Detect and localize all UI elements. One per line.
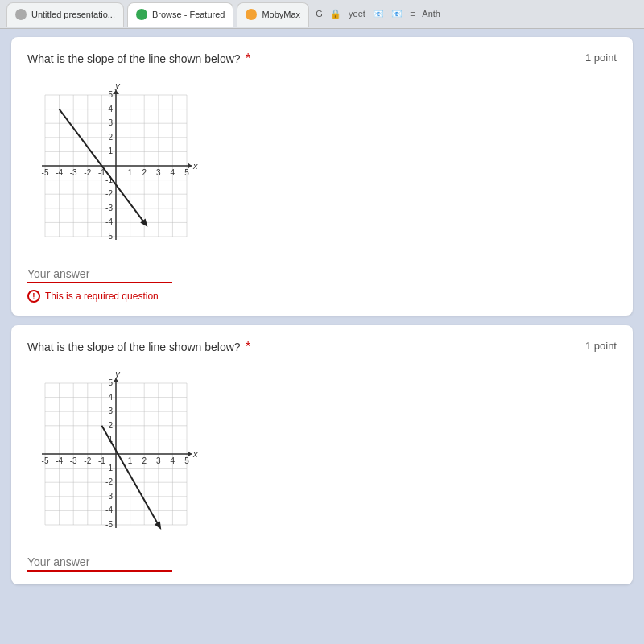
question-points-1: 1 point	[585, 52, 617, 64]
tab-browse-favicon	[136, 9, 147, 20]
tab-bar: Untitled presentatio... Browse - Feature…	[0, 0, 644, 29]
tab-untitled-label: Untitled presentatio...	[31, 10, 115, 19]
tab-untitled[interactable]: Untitled presentatio...	[6, 2, 124, 27]
tab-browse-featured[interactable]: Browse - Featured	[127, 2, 233, 27]
required-warning-text-1: This is a required question	[45, 291, 159, 302]
graph-wrapper-2	[27, 365, 204, 543]
answer-section-1: ! This is a required question	[27, 266, 617, 303]
tab-browse-label: Browse - Featured	[152, 10, 225, 19]
answer-section-2	[27, 554, 617, 572]
question-card-1: What is the slope of the line shown belo…	[11, 37, 633, 316]
page-content: What is the slope of the line shown belo…	[0, 29, 644, 644]
answer-input-1[interactable]	[27, 266, 172, 283]
question-text-1: What is the slope of the line shown belo…	[27, 52, 250, 66]
graph-wrapper-1	[27, 77, 204, 254]
graph-container-2	[27, 365, 617, 543]
tab-mobymax-favicon	[246, 9, 257, 20]
graph-canvas-2	[27, 365, 204, 543]
tab-mobymax-label: MobyMax	[262, 10, 300, 19]
required-warning-1: ! This is a required question	[27, 290, 617, 303]
tab-mobymax[interactable]: MobyMax	[237, 2, 309, 27]
warning-icon-1: !	[27, 290, 40, 303]
question-text-wrapper-2: What is the slope of the line shown belo…	[27, 340, 250, 354]
question-points-2: 1 point	[585, 340, 617, 352]
question-header-2: What is the slope of the line shown belo…	[27, 340, 617, 354]
required-asterisk-1: *	[242, 52, 251, 65]
tab-untitled-favicon	[15, 9, 27, 20]
graph-canvas-1	[27, 77, 204, 254]
question-header-1: What is the slope of the line shown belo…	[27, 52, 617, 66]
question-card-2: What is the slope of the line shown belo…	[11, 325, 633, 584]
required-asterisk-2: *	[242, 340, 251, 353]
tab-extra-labels: G 🔒 yeet 📧 📧 ≡ Anth	[316, 9, 440, 19]
graph-container-1	[27, 77, 617, 254]
answer-input-2[interactable]	[27, 554, 172, 572]
